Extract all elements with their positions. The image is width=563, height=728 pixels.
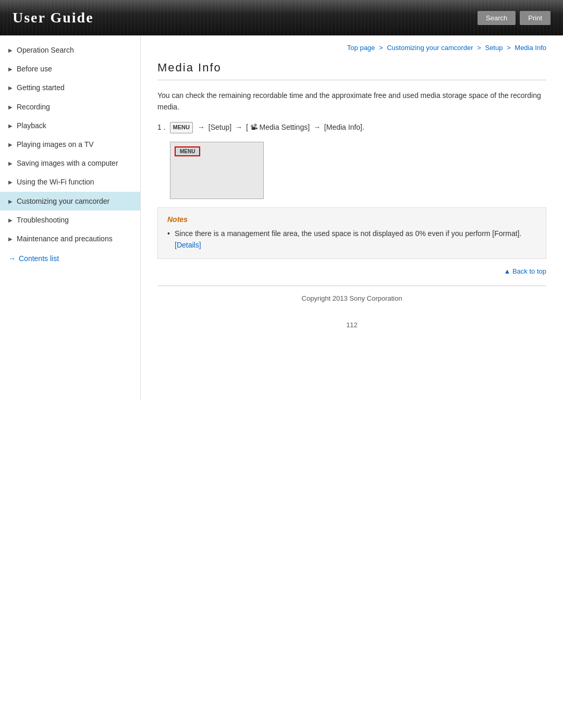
menu-button-image: MENU xyxy=(175,146,200,156)
breadcrumb-customizing[interactable]: Customizing your camcorder xyxy=(387,44,473,52)
step-content: MENU → [Setup] → [ 📽 Media Settings] → [… xyxy=(169,121,364,133)
page-title: Media Info xyxy=(157,61,546,80)
chevron-right-icon: ▶ xyxy=(8,236,13,242)
breadcrumb-setup[interactable]: Setup xyxy=(485,44,503,52)
notes-item-1: Since there is a management file area, t… xyxy=(167,228,536,251)
chevron-right-icon: ▶ xyxy=(8,141,13,148)
breadcrumb-top-page[interactable]: Top page xyxy=(347,44,375,52)
contents-list-link[interactable]: Contents list xyxy=(0,248,140,269)
step-1: 1 . MENU → [Setup] → [ 📽 Media Settings]… xyxy=(157,121,546,133)
breadcrumb-sep-3: > xyxy=(507,44,512,52)
step-text-1: [Setup] xyxy=(209,123,231,131)
sidebar-item-saving-images[interactable]: ▶ Saving images with a computer xyxy=(0,154,140,172)
print-button[interactable]: Print xyxy=(520,11,550,25)
search-button[interactable]: Search xyxy=(478,11,516,25)
chevron-right-icon: ▶ xyxy=(8,198,13,205)
chevron-right-icon: ▶ xyxy=(8,47,13,54)
copyright-text: Copyright 2013 Sony Corporation xyxy=(302,294,402,302)
breadcrumb: Top page > Customizing your camcorder > … xyxy=(157,44,546,52)
arrow-3: → xyxy=(313,123,321,131)
sidebar-item-getting-started[interactable]: ▶ Getting started xyxy=(0,78,140,97)
arrow-1: → xyxy=(198,123,205,131)
footer: Copyright 2013 Sony Corporation xyxy=(157,286,546,311)
page-header: User Guide Search Print xyxy=(0,0,563,35)
breadcrumb-sep-2: > xyxy=(477,44,483,52)
notes-details-link[interactable]: [Details] xyxy=(175,241,201,249)
chevron-right-icon: ▶ xyxy=(8,104,13,110)
sidebar-item-before-use[interactable]: ▶ Before use xyxy=(0,59,140,78)
step-text-3: [Media Info]. xyxy=(324,123,364,131)
back-to-top[interactable]: Back to top xyxy=(157,267,546,275)
sidebar: ▶ Operation Search ▶ Before use ▶ Gettin… xyxy=(0,35,141,400)
sidebar-item-troubleshooting[interactable]: ▶ Troubleshooting xyxy=(0,211,140,229)
chevron-right-icon: ▶ xyxy=(8,217,13,224)
site-title: User Guide xyxy=(13,9,94,26)
breadcrumb-sep-1: > xyxy=(379,44,385,52)
notes-text-1: Since there is a management file area, t… xyxy=(175,229,521,238)
chevron-right-icon: ▶ xyxy=(8,179,13,186)
menu-key: MENU xyxy=(170,122,193,133)
chevron-right-icon: ▶ xyxy=(8,66,13,72)
sidebar-item-playback[interactable]: ▶ Playback xyxy=(0,116,140,135)
sidebar-item-maintenance[interactable]: ▶ Maintenance and precautions xyxy=(0,229,140,248)
main-layout: ▶ Operation Search ▶ Before use ▶ Gettin… xyxy=(0,35,563,400)
header-buttons: Search Print xyxy=(478,11,550,25)
sidebar-item-playing-images-tv[interactable]: ▶ Playing images on a TV xyxy=(0,135,140,154)
page-number: 112 xyxy=(157,311,546,339)
sidebar-item-wifi[interactable]: ▶ Using the Wi-Fi function xyxy=(0,172,140,191)
menu-screenshot: MENU xyxy=(170,142,264,199)
step-text-2: [ 📽 Media Settings] xyxy=(246,123,310,131)
sidebar-item-recording[interactable]: ▶ Recording xyxy=(0,97,140,116)
chevron-right-icon: ▶ xyxy=(8,160,13,167)
notes-title: Notes xyxy=(167,215,536,224)
breadcrumb-media-info[interactable]: Media Info xyxy=(515,44,546,52)
chevron-right-icon: ▶ xyxy=(8,122,13,129)
sidebar-item-operation-search[interactable]: ▶ Operation Search xyxy=(0,41,140,59)
menu-button-label: MENU xyxy=(180,149,195,154)
sidebar-item-customizing[interactable]: ▶ Customizing your camcorder xyxy=(0,192,140,211)
notes-section: Notes Since there is a management file a… xyxy=(157,207,546,259)
step-number: 1 . xyxy=(157,121,166,133)
content-area: Top page > Customizing your camcorder > … xyxy=(141,35,563,356)
description: You can check the remaining recordable t… xyxy=(157,90,546,113)
chevron-right-icon: ▶ xyxy=(8,84,13,91)
arrow-2: → xyxy=(235,123,242,131)
